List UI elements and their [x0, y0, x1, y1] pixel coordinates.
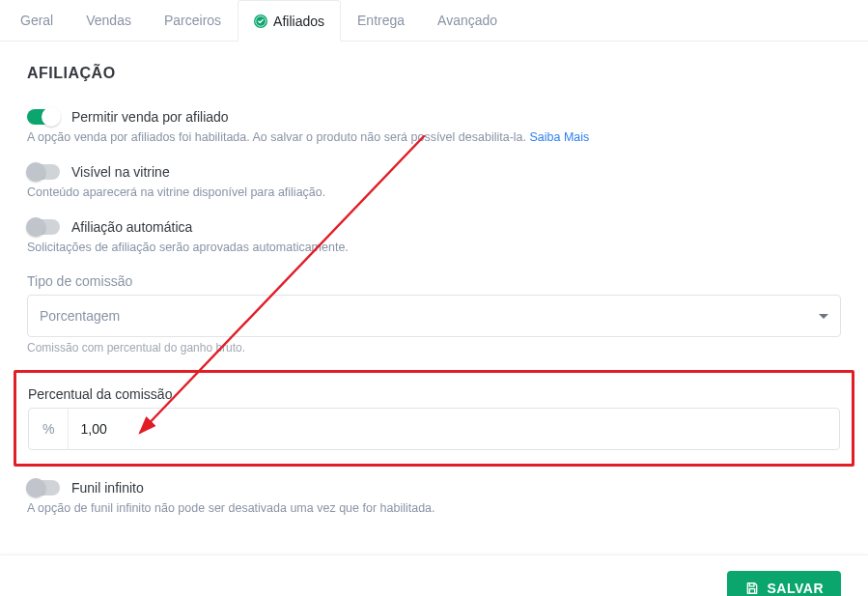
auto-affiliation-hint: Solicitações de afiliação serão aprovada…: [27, 239, 841, 257]
visible-showcase-hint: Conteúdo aparecerá na vitrine disponível…: [27, 184, 841, 202]
auto-affiliation-label: Afiliação automática: [71, 219, 192, 235]
allow-affiliate-sale-hint: A opção venda por afiliados foi habilita…: [27, 128, 841, 147]
toggle-visible-showcase[interactable]: [27, 164, 60, 180]
visible-showcase-label: Visível na vitrine: [71, 164, 170, 180]
commission-type-hint: Comissão com percentual do ganho bruto.: [27, 341, 841, 355]
svg-rect-3: [749, 589, 754, 594]
percent-icon: %: [29, 409, 69, 449]
tab-parceiros[interactable]: Parceiros: [148, 0, 238, 41]
infinite-funnel-label: Funil infinito: [71, 480, 144, 496]
commission-percent-input[interactable]: [69, 409, 839, 449]
commission-type-selected: Porcentagem: [40, 308, 120, 324]
affiliate-tab-icon: [254, 14, 267, 28]
chevron-down-icon: [819, 314, 828, 319]
footer-bar: SALVAR: [0, 554, 868, 596]
commission-percent-input-group: %: [28, 408, 840, 450]
tab-afiliados[interactable]: Afiliados: [238, 0, 341, 42]
toggle-auto-affiliation[interactable]: [27, 219, 60, 235]
commission-type-select[interactable]: Porcentagem: [27, 295, 841, 337]
toggle-allow-affiliate-sale[interactable]: [27, 109, 60, 125]
tab-geral[interactable]: Geral: [4, 0, 70, 41]
infinite-funnel-hint: A opção de funil infinito não pode ser d…: [27, 499, 841, 518]
save-icon: [744, 581, 760, 596]
tab-avancado[interactable]: Avançado: [421, 0, 514, 41]
commission-percent-label: Percentual da comissão: [28, 386, 840, 402]
toggle-infinite-funnel[interactable]: [27, 480, 60, 496]
allow-affiliate-sale-label: Permitir venda por afiliado: [71, 109, 229, 125]
commission-percent-highlight: Percentual da comissão %: [14, 370, 854, 467]
tab-entrega[interactable]: Entrega: [341, 0, 421, 41]
save-button[interactable]: SALVAR: [727, 571, 841, 596]
page-title: AFILIAÇÃO: [27, 65, 841, 82]
tab-vendas[interactable]: Vendas: [70, 0, 148, 41]
learn-more-link[interactable]: Saiba Mais: [529, 130, 589, 144]
tabs: Geral Vendas Parceiros Afiliados Entrega…: [0, 0, 868, 42]
commission-type-label: Tipo de comissão: [27, 273, 841, 289]
svg-rect-2: [749, 583, 754, 586]
